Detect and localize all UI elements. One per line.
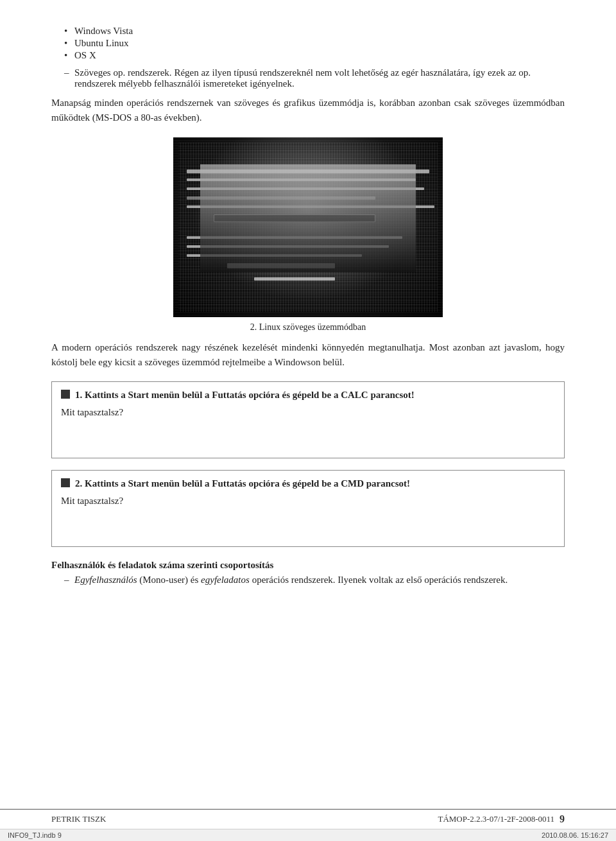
list-item-2: Ubuntu Linux xyxy=(64,38,565,49)
footer-support-text: TÁMOP-2.2.3-07/1-2F-2008-0011 xyxy=(438,814,554,824)
noise-overlay xyxy=(173,137,443,317)
exercise-1-header: 1. Kattints a Start menün belül a Futtat… xyxy=(61,388,555,402)
manapság-paragraph: Manapság minden operációs rendszernek va… xyxy=(51,96,565,126)
bottom-dash-list: Egyfelhasználós (Mono-user) és egyfelada… xyxy=(64,575,565,585)
exercise-box-1: 1. Kattints a Start menün belül a Futtat… xyxy=(51,381,565,458)
image-container: 2. Linux szöveges üzemmódban xyxy=(51,137,565,333)
image-inner xyxy=(173,137,443,317)
footer-left: PETRIK TISZK xyxy=(51,814,106,824)
egyfeladatos-rest: operációs rendszerek. Ilyenek voltak az … xyxy=(252,575,508,585)
status-right: 2010.08.06. 15:16:27 xyxy=(542,831,608,839)
bottom-heading: Felhasználók és feladatok száma szerinti… xyxy=(51,560,565,571)
exercise-box-2: 2. Kattints a Start menün belül a Futtat… xyxy=(51,470,565,547)
exercise-2-sub: Mit tapasztalsz? xyxy=(61,494,555,508)
exercise-2-title-text: Kattints a Start menün belül a Futtatás … xyxy=(85,478,410,489)
bottom-section: Felhasználók és feladatok száma szerinti… xyxy=(51,560,565,585)
exercise-1-title: 1. Kattints a Start menün belül a Futtat… xyxy=(75,388,415,402)
exercise-1-square xyxy=(61,390,70,399)
exercise-2-title: 2. Kattints a Start menün belül a Futtat… xyxy=(75,477,410,490)
dash-intro-list: Szöveges op. rendszerek. Régen az ilyen … xyxy=(64,67,565,89)
page-wrapper: Windows Vista Ubuntu Linux OS X Szöveges… xyxy=(0,0,616,841)
list-item-1: Windows Vista xyxy=(64,26,565,37)
mono-user-mid: (Mono-user) és xyxy=(139,575,201,585)
mono-user-italic: Egyfelhasználós xyxy=(74,575,137,585)
modern-paragraph: A modern operációs rendszerek nagy részé… xyxy=(51,340,565,370)
linux-screenshot-image xyxy=(173,137,443,317)
egyfeladatos-italic: egyfeladatos xyxy=(201,575,250,585)
bottom-dash-item: Egyfelhasználós (Mono-user) és egyfelada… xyxy=(64,575,565,585)
footer-center-area: TÁMOP-2.2.3-07/1-2F-2008-0011 9 xyxy=(438,813,565,825)
status-left: INFO9_TJ.indb 9 xyxy=(8,831,62,839)
exercise-1-sub: Mit tapasztalsz? xyxy=(61,406,555,419)
bullet-list: Windows Vista Ubuntu Linux OS X xyxy=(64,26,565,61)
footer-page-number: 9 xyxy=(560,813,565,825)
page-footer: PETRIK TISZK TÁMOP-2.2.3-07/1-2F-2008-00… xyxy=(0,809,616,829)
dash-intro-item: Szöveges op. rendszerek. Régen az ilyen … xyxy=(64,67,565,89)
list-item-3: OS X xyxy=(64,50,565,61)
exercise-2-square xyxy=(61,478,70,487)
status-bar: INFO9_TJ.indb 9 2010.08.06. 15:16:27 xyxy=(0,829,616,841)
bottom-text-1: Egyfelhasználós (Mono-user) és egyfelada… xyxy=(74,575,508,585)
image-caption: 2. Linux szöveges üzemmódban xyxy=(250,322,366,333)
exercise-1-title-text: Kattints a Start menün belül a Futtatás … xyxy=(85,390,415,400)
content-area: Windows Vista Ubuntu Linux OS X Szöveges… xyxy=(0,0,616,809)
dash-intro-text: Szöveges op. rendszerek. Régen az ilyen … xyxy=(74,67,531,89)
exercise-2-header: 2. Kattints a Start menün belül a Futtat… xyxy=(61,477,555,490)
